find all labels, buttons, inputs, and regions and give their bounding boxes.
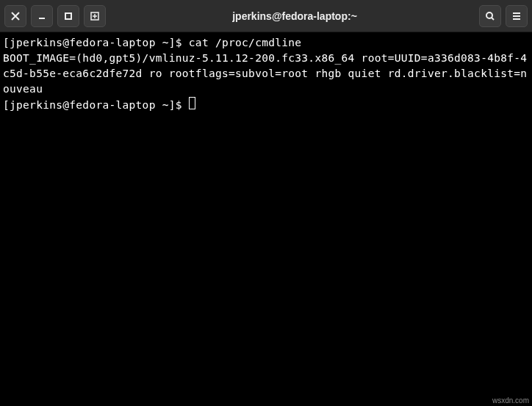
right-buttons [479,5,528,27]
titlebar: jperkins@fedora-laptop:~ [0,0,532,32]
svg-rect-0 [65,13,71,19]
terminal-area[interactable]: [jperkins@fedora-laptop ~]$ cat /proc/cm… [0,32,532,406]
new-tab-icon [90,11,100,21]
window-title: jperkins@fedora-laptop:~ [110,10,479,22]
maximize-button[interactable] [57,5,79,27]
close-button[interactable] [4,5,26,27]
close-icon [10,11,21,21]
svg-point-2 [486,12,492,18]
hamburger-icon [511,11,522,21]
output-1: BOOT_IMAGE=(hd0,gpt5)/vmlinuz-5.11.12-20… [3,52,527,95]
prompt-line-2: [jperkins@fedora-laptop ~]$ [3,99,189,111]
command-1: cat /proc/cmdline [189,37,302,48]
cursor [189,97,195,109]
new-tab-button[interactable] [84,5,106,27]
search-button[interactable] [479,5,501,27]
minimize-icon [37,11,47,21]
prompt-line-1: [jperkins@fedora-laptop ~]$ [3,37,189,48]
minimize-button[interactable] [31,5,53,27]
watermark: wsxdn.com [492,396,529,405]
menu-button[interactable] [506,5,528,27]
search-icon [485,11,495,21]
maximize-icon [63,11,73,21]
